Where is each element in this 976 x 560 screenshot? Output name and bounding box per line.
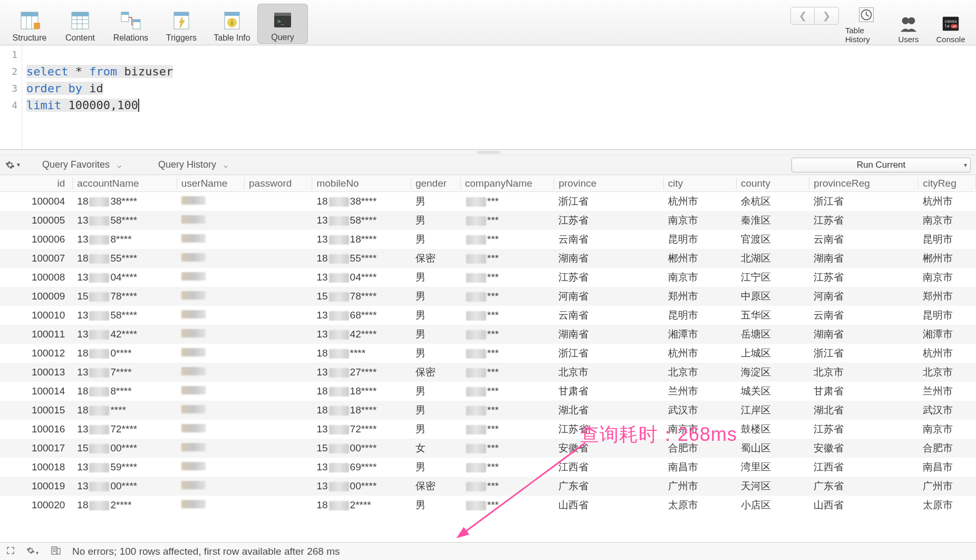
cell-county: 秦淮区 bbox=[737, 214, 809, 227]
code-area[interactable]: select * from bizuser order by id limit … bbox=[22, 45, 976, 149]
svg-text:off: off bbox=[953, 25, 956, 28]
cell-province: 江苏省 bbox=[554, 214, 663, 227]
col-id[interactable]: id bbox=[0, 178, 73, 189]
cell-county: 余杭区 bbox=[737, 195, 809, 208]
cell-county: 岳塘区 bbox=[737, 327, 809, 341]
cell-city: 昆明市 bbox=[664, 308, 737, 322]
cell-province: 浙江省 bbox=[554, 346, 663, 360]
tab-structure[interactable]: Structure bbox=[4, 4, 55, 44]
cell-userName bbox=[177, 404, 245, 416]
cell-gender: 男 bbox=[411, 384, 461, 398]
table-row[interactable]: 1000081304****1304****男***江苏省南京市江宁区江苏省南京… bbox=[0, 268, 976, 287]
cell-cityReg: 昆明市 bbox=[919, 233, 976, 246]
cell-provinceReg: 江苏省 bbox=[809, 214, 919, 227]
cell-gender: 男 bbox=[411, 214, 461, 227]
triggers-icon bbox=[171, 10, 192, 31]
results-header: idaccountNameuserNamepasswordmobileNogen… bbox=[0, 175, 976, 192]
table-row[interactable]: 1000161372****1372****男***江苏省南京市鼓楼区江苏省南京… bbox=[0, 420, 976, 439]
splitter-handle[interactable] bbox=[0, 150, 976, 155]
tablehistory-icon bbox=[856, 5, 876, 25]
cell-province: 江西省 bbox=[554, 460, 663, 474]
col-accountName[interactable]: accountName bbox=[73, 178, 177, 189]
cell-userName bbox=[177, 196, 245, 207]
table-row[interactable]: 100012180****18****男***浙江省杭州市上城区浙江省杭州市 bbox=[0, 344, 976, 363]
cell-mobileNo: 1372**** bbox=[312, 423, 411, 435]
expand-icon[interactable] bbox=[6, 546, 15, 557]
cell-accountName: 1304**** bbox=[73, 272, 177, 283]
table-row[interactable]: 1000101358****1368****男***云南省昆明市五华区云南省昆明… bbox=[0, 306, 976, 325]
table-row[interactable]: 100020182****182****男***山西省太原市小店区山西省太原市 bbox=[0, 496, 976, 515]
options-gear-icon[interactable]: ▼ bbox=[5, 160, 21, 170]
cell-mobileNo: 1818**** bbox=[312, 385, 411, 397]
table-row[interactable]: 1000051358****1358****男***江苏省南京市秦淮区江苏省南京… bbox=[0, 211, 976, 230]
col-cityReg[interactable]: cityReg bbox=[919, 178, 976, 189]
svg-rect-6 bbox=[72, 12, 89, 16]
cell-accountName: 1500**** bbox=[73, 442, 177, 454]
svg-rect-33 bbox=[52, 547, 57, 554]
cell-city: 杭州市 bbox=[664, 195, 737, 208]
col-county[interactable]: county bbox=[737, 178, 809, 189]
col-gender[interactable]: gender bbox=[411, 178, 461, 189]
table-row[interactable]: 1000091578****1578****男***河南省郑州市中原区河南省郑州… bbox=[0, 287, 976, 306]
toolbar-tablehistory[interactable]: Table History bbox=[845, 4, 887, 44]
svg-text:i: i bbox=[231, 18, 233, 27]
cell-companyName: *** bbox=[461, 366, 555, 378]
cell-provinceReg: 云南省 bbox=[809, 233, 919, 246]
table-row[interactable]: 100013137****1327****保密***北京市北京市海淀区北京市北京… bbox=[0, 363, 976, 382]
cell-companyName: *** bbox=[461, 480, 555, 492]
cell-accountName: 182**** bbox=[73, 499, 177, 511]
cell-county: 江宁区 bbox=[737, 271, 809, 284]
main-toolbar: StructureContentRelationsTriggersiTable … bbox=[0, 0, 976, 45]
table-row[interactable]: 100006138****1318****男***云南省昆明市官渡区云南省昆明市 bbox=[0, 230, 976, 249]
table-row[interactable]: 1000041838****1838****男***浙江省杭州市余杭区浙江省杭州… bbox=[0, 192, 976, 211]
cell-city: 南京市 bbox=[664, 214, 737, 227]
cell-gender: 男 bbox=[411, 233, 461, 246]
col-city[interactable]: city bbox=[664, 178, 737, 189]
cell-city: 太原市 bbox=[664, 498, 737, 512]
tab-relations[interactable]: Relations bbox=[105, 4, 156, 44]
table-row[interactable]: 1000191300****1300****保密***广东省广州市天河区广东省广… bbox=[0, 477, 976, 496]
tab-query[interactable]: >_Query bbox=[257, 4, 308, 44]
cell-provinceReg: 甘肃省 bbox=[809, 384, 919, 398]
table-row[interactable]: 1000171500****1500****女***安徽省合肥市蜀山区安徽省合肥… bbox=[0, 439, 976, 458]
col-province[interactable]: province bbox=[554, 178, 663, 189]
line-gutter: 1234 bbox=[0, 45, 22, 149]
cell-city: 昆明市 bbox=[664, 233, 737, 246]
toolbar-console[interactable]: consoleoffConsole bbox=[930, 4, 972, 44]
cell-county: 官渡区 bbox=[737, 233, 809, 246]
cell-province: 北京市 bbox=[554, 365, 663, 379]
cell-id: 100008 bbox=[0, 272, 73, 283]
tab-tableinfo[interactable]: iTable Info bbox=[207, 4, 257, 44]
col-password[interactable]: password bbox=[245, 178, 312, 189]
settings-gear-icon[interactable]: ▼ bbox=[26, 546, 40, 557]
tab-triggers[interactable]: Triggers bbox=[156, 4, 207, 44]
table-row[interactable]: 10001518****1818****男***湖北省武汉市江岸区湖北省武汉市 bbox=[0, 401, 976, 420]
cell-city: 湘潭市 bbox=[664, 327, 737, 341]
nav-forward-button[interactable]: ❯ bbox=[815, 7, 839, 25]
toolbar-users[interactable]: Users bbox=[887, 4, 930, 44]
cell-accountName: 1342**** bbox=[73, 329, 177, 340]
cell-county: 小店区 bbox=[737, 498, 809, 512]
panel-icon[interactable] bbox=[51, 546, 61, 557]
tab-label: Relations bbox=[113, 33, 149, 43]
table-row[interactable]: 100014188****1818****男***甘肃省兰州市城关区甘肃省兰州市 bbox=[0, 382, 976, 401]
query-history-dropdown[interactable]: Query History⌵ bbox=[158, 159, 228, 170]
run-current-button[interactable]: Run Current▾ bbox=[791, 158, 971, 172]
table-row[interactable]: 1000071855****1855****保密***湖南省郴州市北湖区湖南省郴… bbox=[0, 249, 976, 268]
col-mobileNo[interactable]: mobileNo bbox=[312, 178, 411, 189]
cell-cityReg: 合肥市 bbox=[919, 441, 976, 455]
col-userName[interactable]: userName bbox=[177, 178, 245, 189]
table-row[interactable]: 1000111342****1342****男***湖南省湘潭市岳塘区湖南省湘潭… bbox=[0, 325, 976, 344]
cell-county: 蜀山区 bbox=[737, 441, 809, 455]
query-favorites-dropdown[interactable]: Query Favorites⌵ bbox=[42, 159, 121, 170]
cell-province: 浙江省 bbox=[554, 195, 663, 208]
cell-province: 湖南省 bbox=[554, 327, 663, 341]
col-provinceReg[interactable]: provinceReg bbox=[809, 178, 919, 189]
cell-userName bbox=[177, 310, 245, 321]
col-companyName[interactable]: companyName bbox=[461, 178, 555, 189]
nav-back-button[interactable]: ❮ bbox=[790, 7, 815, 25]
tab-content[interactable]: Content bbox=[55, 4, 105, 44]
sql-editor[interactable]: 1234 select * from bizuser order by id l… bbox=[0, 45, 976, 150]
cell-provinceReg: 湖南省 bbox=[809, 252, 919, 265]
table-row[interactable]: 1000181359****1369****男***江西省南昌市湾里区江西省南昌… bbox=[0, 458, 976, 477]
